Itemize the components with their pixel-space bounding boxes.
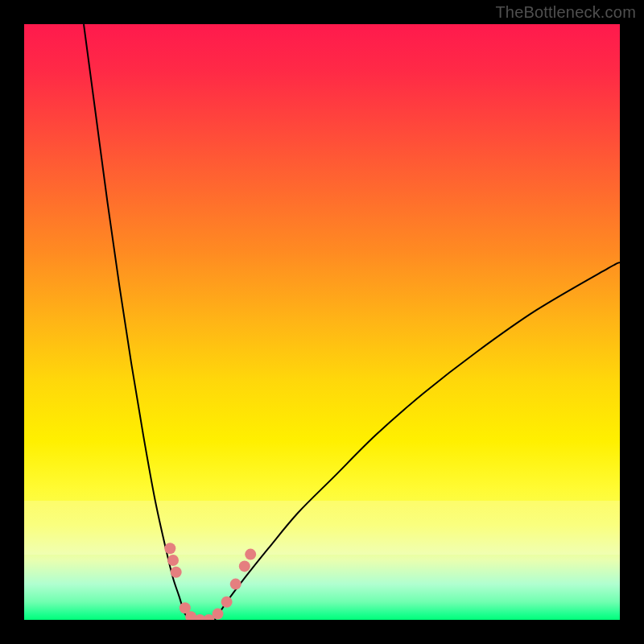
marker-point — [230, 579, 242, 590]
marker-point — [164, 543, 175, 554]
marker-point — [167, 555, 179, 566]
curve-layer — [24, 24, 620, 620]
marker-point — [213, 609, 224, 620]
curve-right-branch — [215, 262, 620, 620]
watermark-text: TheBottleneck.com — [495, 3, 636, 22]
marker-point — [221, 597, 233, 608]
chart-frame: TheBottleneck.com — [0, 0, 644, 644]
marker-point — [171, 567, 182, 578]
plot-area — [24, 24, 620, 620]
curve-group — [84, 24, 620, 620]
marker-point — [245, 549, 256, 560]
curve-left-branch — [84, 24, 191, 620]
marker-point — [239, 560, 250, 572]
